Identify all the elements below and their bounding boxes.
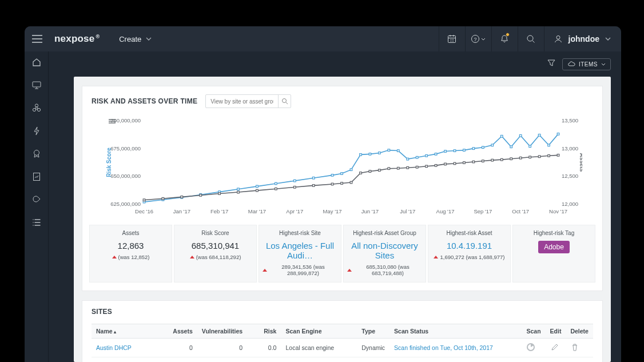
site-name-cell[interactable]: Austin DHCP [92, 339, 161, 357]
up-arrow-icon [434, 256, 438, 258]
nav-home[interactable] [31, 57, 42, 67]
items-label: ITEMS [579, 61, 598, 67]
risk-cell: 0.0 [247, 357, 281, 363]
svg-point-7 [35, 104, 38, 107]
help-button[interactable]: ? [465, 26, 491, 51]
left-axis-title: Risk Score [106, 148, 112, 177]
user-menu[interactable]: johndoe [544, 26, 621, 51]
nav-admin[interactable] [31, 217, 42, 228]
svg-rect-5 [33, 82, 41, 87]
data-point [538, 156, 540, 158]
assets-cell: 2 [161, 357, 197, 363]
site-search-button[interactable] [278, 95, 291, 108]
site-search-input[interactable] [206, 98, 278, 105]
menu-toggle[interactable] [25, 35, 50, 43]
svg-text:Apr '17: Apr '17 [286, 208, 303, 214]
delete-icon [570, 343, 579, 352]
stat-delta: 1,690,272 (was 1,688,977) [432, 254, 507, 260]
stat-label: Risk Score [178, 230, 253, 236]
data-point [416, 166, 418, 168]
stat-delta: (was 684,118,292) [178, 254, 253, 260]
create-menu[interactable]: Create [111, 26, 160, 51]
data-point [359, 172, 361, 174]
data-point [444, 163, 446, 165]
filter-button[interactable] [547, 59, 555, 69]
delete-action[interactable] [566, 357, 593, 363]
sites-title: SITES [92, 308, 593, 316]
col-assets[interactable]: Assets [161, 324, 197, 339]
data-point [199, 194, 201, 197]
assets-cell: 0 [161, 339, 197, 357]
notifications-button[interactable] [491, 26, 518, 51]
svg-text:700,000,000: 700,000,000 [110, 117, 141, 124]
stat-tag[interactable]: Adobe [538, 241, 570, 253]
hamburger-icon [32, 35, 42, 43]
site-name-cell[interactable]: AWS [92, 357, 161, 363]
col-scan-engine[interactable]: Scan Engine [281, 324, 357, 339]
stat-4: Highest-risk Asset10.4.19.1911,690,272 (… [428, 225, 511, 283]
scan-action[interactable] [522, 339, 545, 357]
data-point [472, 148, 475, 150]
table-row: AWS210.0Local scan engineDynamicSchedule… [92, 357, 593, 363]
data-point [293, 180, 296, 182]
sites-table: Name▴AssetsVulnerabilitiesRiskScan Engin… [92, 324, 593, 362]
nav-assets[interactable] [31, 80, 42, 90]
col-scan-status[interactable]: Scan Status [389, 324, 522, 339]
nav-tickets[interactable] [31, 149, 42, 159]
data-point [547, 144, 550, 146]
svg-point-12 [282, 99, 286, 103]
svg-text:Sep '17: Sep '17 [474, 208, 492, 214]
data-point [519, 157, 522, 159]
col-type[interactable]: Type [357, 324, 389, 339]
svg-text:Jul '17: Jul '17 [400, 208, 415, 214]
data-point [143, 199, 145, 201]
col-name[interactable]: Name▴ [92, 324, 161, 339]
engine-cell: Local scan engine [281, 357, 357, 363]
svg-text:?: ? [474, 37, 477, 42]
data-point [491, 159, 494, 161]
data-point [218, 193, 220, 195]
edit-action[interactable] [546, 357, 566, 363]
data-point [350, 181, 352, 184]
nav-reports[interactable] [31, 172, 42, 182]
status-cell[interactable]: Scheduled scan finished on Fri, Nov 3rd,… [389, 357, 522, 363]
data-point [528, 156, 531, 158]
stat-value: 12,863 [93, 241, 168, 250]
stat-value[interactable]: 10.4.19.191 [432, 241, 507, 250]
scan-action[interactable] [522, 357, 545, 363]
calendar-button[interactable] [439, 26, 465, 51]
col-delete[interactable]: Delete [566, 324, 593, 339]
nav-policies[interactable] [31, 126, 42, 136]
nav-vulnerabilities[interactable] [31, 103, 42, 113]
data-point [181, 196, 183, 198]
right-axis-title: Assets [579, 153, 582, 172]
search-button[interactable] [518, 26, 544, 51]
col-edit[interactable]: Edit [546, 324, 566, 339]
stat-value[interactable]: Los Angeles - Full Audi… [263, 241, 337, 260]
risk-assets-chart: 625,000,000650,000,000675,000,000700,000… [103, 116, 582, 217]
col-risk[interactable]: Risk [247, 324, 281, 339]
col-scan[interactable]: Scan [522, 324, 545, 339]
stat-0: Assets12,863(was 12,852) [89, 225, 172, 283]
stat-label: Highest-risk Asset Group [347, 230, 422, 236]
data-point [510, 146, 512, 148]
bolt-icon [31, 126, 42, 136]
data-point [162, 197, 164, 200]
cloud-icon [567, 61, 575, 67]
data-point [482, 146, 484, 149]
stat-value[interactable]: All non-Discovery Sites [347, 241, 422, 260]
nav-tags[interactable] [31, 194, 42, 205]
data-point [454, 162, 456, 165]
data-point [237, 188, 239, 190]
edit-action[interactable] [546, 339, 566, 357]
engine-cell: Local scan engine [281, 339, 357, 357]
col-vulnerabilities[interactable]: Vulnerabilities [197, 324, 247, 339]
delete-action[interactable] [566, 339, 593, 357]
sites-card: SITES Name▴AssetsVulnerabilitiesRiskScan… [82, 300, 603, 362]
items-dropdown[interactable]: ITEMS [562, 58, 611, 70]
scan-icon [526, 343, 535, 352]
status-cell[interactable]: Scan finished on Tue, Oct 10th, 2017 [389, 339, 522, 357]
home-icon [31, 57, 42, 67]
series-line [144, 134, 558, 202]
data-point [491, 144, 494, 146]
